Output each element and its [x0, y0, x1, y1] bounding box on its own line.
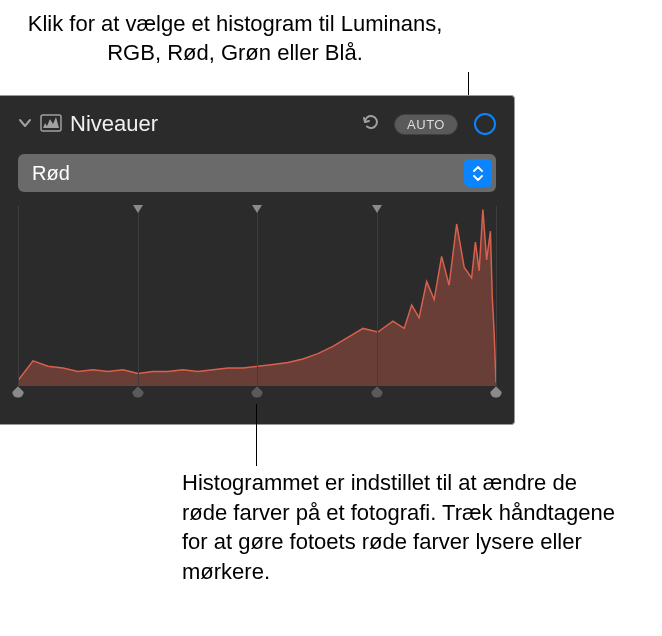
- dropdown-caret-icon: [464, 159, 492, 187]
- top-handle[interactable]: [252, 205, 262, 213]
- level-handle[interactable]: [488, 386, 504, 402]
- grid-line: [138, 206, 139, 386]
- chevron-down-icon[interactable]: [18, 116, 32, 133]
- panel-header: Niveauer AUTO: [18, 106, 496, 142]
- auto-button[interactable]: AUTO: [394, 114, 458, 135]
- histogram-area: [18, 206, 496, 411]
- grid-line: [377, 206, 378, 386]
- callout-line-bottom: [256, 404, 257, 466]
- channel-dropdown-label: Rød: [32, 162, 464, 185]
- undo-icon[interactable]: [360, 112, 380, 137]
- level-handle[interactable]: [10, 386, 26, 402]
- enable-toggle[interactable]: [474, 113, 496, 135]
- grid-line: [496, 206, 497, 386]
- grid-line: [18, 206, 19, 386]
- levels-icon: [40, 113, 62, 135]
- panel-title: Niveauer: [70, 111, 352, 137]
- top-handle[interactable]: [372, 205, 382, 213]
- top-handle[interactable]: [133, 205, 143, 213]
- callout-bottom-text: Histogrammet er indstillet til at ændre …: [182, 468, 627, 587]
- level-handle[interactable]: [130, 386, 146, 402]
- handle-track: [18, 386, 496, 411]
- callout-top-text: Klik for at vælge et histogram til Lumin…: [15, 10, 455, 67]
- levels-panel: Niveauer AUTO Rød: [0, 95, 515, 425]
- level-handle[interactable]: [249, 386, 265, 402]
- channel-dropdown[interactable]: Rød: [18, 154, 496, 192]
- histogram-chart: [18, 206, 496, 386]
- level-handle[interactable]: [369, 386, 385, 402]
- grid-line: [257, 206, 258, 386]
